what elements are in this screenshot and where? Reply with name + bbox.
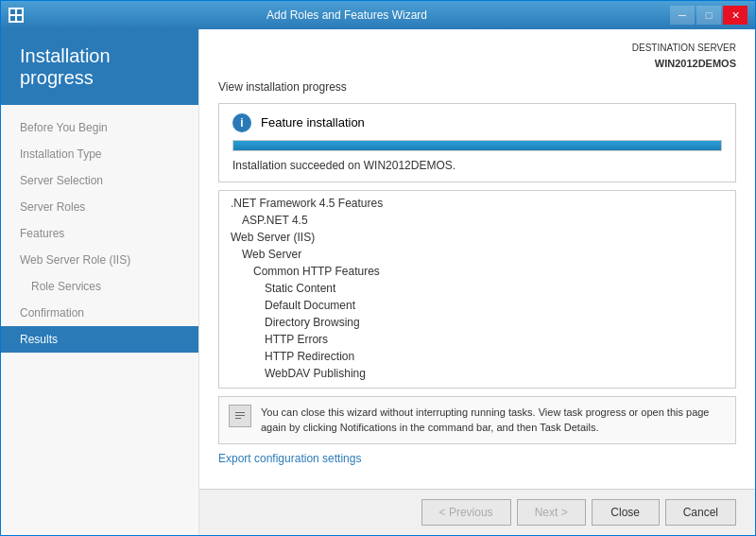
feature-item: Default Document [219,297,735,314]
sidebar-nav: Before You BeginInstallation TypeServer … [1,105,198,362]
feature-item: Static Content [219,280,735,297]
destination-server-info: DESTINATION SERVER WIN2012DEMOS [632,41,736,73]
feature-item: Web Server [219,246,735,263]
svg-rect-5 [235,415,245,416]
sidebar-item-before-you-begin[interactable]: Before You Begin [1,114,198,141]
window-title: Add Roles and Features Wizard [24,9,670,22]
svg-rect-6 [235,418,241,419]
close-button[interactable]: Close [592,499,660,526]
wizard-window: Add Roles and Features Wizard ─ □ ✕ Inst… [0,0,756,536]
app-icon [9,8,24,23]
sidebar-item-server-roles[interactable]: Server Roles [1,194,198,220]
notice-icon [229,405,251,427]
feature-item: Common HTTP Features [219,263,735,280]
notice-box: You can close this wizard without interr… [218,396,736,444]
sidebar-item-server-selection[interactable]: Server Selection [1,167,198,194]
previous-button[interactable]: < Previous [421,499,511,526]
features-list-container: .NET Framework 4.5 FeaturesASP.NET 4.5We… [218,190,736,389]
notice-text: You can close this wizard without interr… [261,405,726,436]
feature-item: Directory Browsing [219,314,735,331]
next-button[interactable]: Next > [517,499,586,526]
svg-rect-1 [17,9,22,14]
content-area: DESTINATION SERVER WIN2012DEMOS View ins… [199,29,755,535]
svg-rect-4 [235,412,245,413]
sidebar-title: Installation progress [20,45,180,89]
content-body: View installation progress i Feature ins… [199,80,755,489]
success-text: Installation succeeded on WIN2012DEMOS. [232,159,722,172]
sidebar-item-results[interactable]: Results [1,326,198,353]
features-list[interactable]: .NET Framework 4.5 FeaturesASP.NET 4.5We… [219,191,735,388]
svg-rect-0 [10,9,15,14]
sidebar-item-confirmation[interactable]: Confirmation [1,300,198,326]
feature-install-header: i Feature installation [232,113,722,132]
feature-install-box: i Feature installation Installation succ… [218,103,736,182]
feature-item: Web Server (IIS) [219,229,735,246]
sidebar-item-web-server-role-iis[interactable]: Web Server Role (IIS) [1,247,198,273]
feature-item: HTTP Errors [219,331,735,348]
sidebar-header: Installation progress [1,29,198,105]
server-name: WIN2012DEMOS [632,56,736,73]
progress-bar-track [232,140,722,151]
svg-rect-3 [17,16,22,21]
export-link[interactable]: Export configuration settings [218,452,736,465]
sidebar-item-features[interactable]: Features [1,220,198,247]
restore-button[interactable]: □ [696,6,721,25]
feature-item: HTTP Redirection [219,348,735,365]
view-progress-label: View installation progress [218,80,736,94]
minimize-button[interactable]: ─ [670,6,695,25]
content-header: DESTINATION SERVER WIN2012DEMOS [199,29,755,80]
feature-item: .NET Framework 4.5 Features [219,195,735,212]
feature-item: ASP.NET 4.5 [219,212,735,229]
info-icon: i [232,113,251,132]
cancel-button[interactable]: Cancel [665,499,736,526]
feature-install-title: Feature installation [261,115,365,130]
sidebar-item-role-services[interactable]: Role Services [1,273,198,300]
main-content: Installation progress Before You BeginIn… [1,29,755,535]
feature-item: WebDAV Publishing [219,365,735,382]
destination-label: DESTINATION SERVER [632,41,736,56]
close-window-button[interactable]: ✕ [723,6,747,25]
title-bar: Add Roles and Features Wizard ─ □ ✕ [1,1,755,29]
window-controls: ─ □ ✕ [670,6,747,25]
svg-rect-2 [10,16,15,21]
sidebar: Installation progress Before You BeginIn… [1,29,199,535]
footer: < Previous Next > Close Cancel [199,489,755,535]
sidebar-item-installation-type[interactable]: Installation Type [1,141,198,167]
progress-bar-fill [233,141,721,150]
